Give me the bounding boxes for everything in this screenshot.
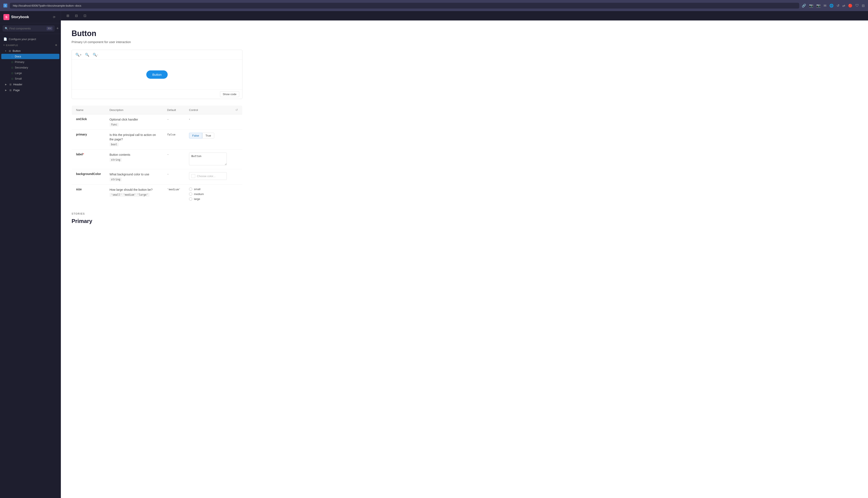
table-row: backgroundColor What background color to… bbox=[72, 169, 242, 185]
storybook-logo-icon: S bbox=[3, 14, 9, 20]
prop-default: 'medium' bbox=[167, 188, 180, 191]
zoom-in-button[interactable]: 🔍+ bbox=[75, 52, 82, 57]
sidebar-group-header: ▶ ⊞ Header bbox=[0, 82, 61, 87]
prop-description: How large should the button be? bbox=[110, 187, 159, 192]
section-chevron-icon: ▾ bbox=[3, 44, 5, 46]
prop-name: onClick bbox=[76, 117, 87, 121]
prop-default: - bbox=[167, 172, 169, 175]
page-subtitle: Primary UI component for user interactio… bbox=[72, 40, 242, 44]
props-table: Name Description Default Control ↺ onCli… bbox=[72, 105, 242, 204]
sidebar-item-secondary[interactable]: □ Secondary bbox=[1, 65, 59, 70]
required-indicator: * bbox=[83, 153, 84, 156]
props-table-body: onClick Optional click handler func - - … bbox=[72, 114, 242, 204]
sidebar-group-button-header[interactable]: ▾ ⊞ Button bbox=[0, 48, 61, 54]
sidebar-group-page-header[interactable]: ▶ ⊞ Page bbox=[0, 88, 61, 93]
url-bar[interactable]: http://localhost:6006/?path=/docs/exampl… bbox=[10, 3, 799, 9]
view-frame-button[interactable]: ⊡ bbox=[81, 12, 88, 19]
main-toolbar: ⊞ ⊟ ⊡ bbox=[61, 11, 868, 21]
header-chevron-icon: ▶ bbox=[5, 83, 7, 86]
radio-label-large: large bbox=[194, 197, 200, 200]
sidebar-settings-button[interactable]: ⟳ bbox=[51, 14, 57, 20]
configure-icon: 📄 bbox=[3, 37, 7, 41]
size-radio-medium[interactable]: medium bbox=[189, 193, 227, 196]
header-group-icon: ⊞ bbox=[9, 83, 12, 86]
prop-type: func bbox=[110, 123, 119, 127]
group-chevron-icon: ▾ bbox=[5, 50, 6, 52]
sidebar-item-docs[interactable]: □ Docs bbox=[1, 54, 59, 59]
sidebar-item-label: Secondary bbox=[15, 66, 28, 69]
color-control[interactable]: Choose color... bbox=[189, 172, 227, 180]
app-name: Storybook bbox=[11, 15, 29, 19]
table-row: label* Button contents string - Button bbox=[72, 149, 242, 169]
sidebar-item-label: Docs bbox=[15, 55, 21, 58]
prop-name: primary bbox=[76, 133, 87, 136]
small-icon: □ bbox=[12, 77, 13, 80]
docs-icon: □ bbox=[12, 55, 13, 58]
sidebar-group-header-header[interactable]: ▶ ⊞ Header bbox=[0, 82, 61, 87]
view-grid-button[interactable]: ⊟ bbox=[73, 12, 80, 19]
secondary-icon: □ bbox=[12, 66, 13, 69]
first-story-title: Primary bbox=[72, 218, 242, 224]
sidebar-group-page: ▶ ⊞ Page bbox=[0, 88, 61, 93]
prop-name: label* bbox=[76, 153, 84, 156]
sidebar-item-label: Primary bbox=[15, 61, 24, 64]
radio-circle-icon bbox=[189, 193, 192, 196]
add-button[interactable]: + bbox=[56, 26, 59, 31]
search-input-wrap[interactable]: 🔍 ⌘K bbox=[2, 25, 55, 31]
radio-circle-icon bbox=[189, 187, 192, 191]
view-desktop-button[interactable]: ⊞ bbox=[64, 12, 71, 19]
large-icon: □ bbox=[12, 72, 13, 75]
prop-default: - bbox=[167, 118, 169, 121]
zoom-reset-button[interactable]: 🔍 bbox=[84, 52, 90, 57]
prop-description: Button contents bbox=[110, 153, 159, 157]
search-shortcut: ⌘K bbox=[47, 27, 53, 30]
sidebar-section-example[interactable]: ▾ EXAMPLE ⊕ bbox=[0, 42, 61, 48]
sidebar-item-large[interactable]: □ Large bbox=[1, 70, 59, 76]
section-options-icon: ⊕ bbox=[55, 44, 57, 47]
bool-false-button[interactable]: False bbox=[189, 133, 202, 139]
nav-tree: 📄 Configure your project ▾ EXAMPLE ⊕ ▾ ⊞… bbox=[0, 34, 61, 498]
preview-button[interactable]: Button bbox=[146, 70, 167, 79]
prop-type: bool bbox=[110, 143, 119, 146]
prop-type: string bbox=[110, 178, 122, 181]
preview-toolbar: 🔍+ 🔍 🔍- bbox=[72, 50, 242, 60]
configure-project-item[interactable]: 📄 Configure your project bbox=[0, 36, 61, 42]
label-textarea[interactable]: Button bbox=[189, 153, 227, 165]
page-chevron-icon: ▶ bbox=[5, 89, 7, 91]
col-description: Description bbox=[105, 106, 163, 114]
bool-true-button[interactable]: True bbox=[202, 133, 214, 139]
sidebar-item-primary[interactable]: □ Primary bbox=[1, 59, 59, 65]
show-code-button[interactable]: Show code bbox=[220, 91, 239, 97]
prop-default: false bbox=[167, 133, 175, 136]
search-input[interactable] bbox=[9, 27, 45, 30]
main-content: ⊞ ⊟ ⊡ Button Primary UI component for us… bbox=[61, 11, 868, 498]
prop-type: 'small' 'medium' 'large' bbox=[110, 193, 150, 197]
reset-all-button[interactable]: ↺ bbox=[235, 108, 238, 112]
primary-icon: □ bbox=[12, 61, 13, 64]
group-icon: ⊞ bbox=[9, 50, 11, 52]
browser-favicon: i bbox=[3, 4, 7, 8]
sidebar-group-button: ▾ ⊞ Button □ Docs □ Primary □ Secondary bbox=[0, 48, 61, 81]
props-table-header: Name Description Default Control ↺ bbox=[72, 106, 242, 114]
sidebar-header: S Storybook ⟳ bbox=[0, 11, 61, 23]
size-radio-small[interactable]: small bbox=[189, 187, 227, 191]
prop-control-dash: - bbox=[189, 117, 190, 121]
sidebar-search: 🔍 ⌘K + bbox=[0, 23, 61, 34]
prop-default: - bbox=[167, 153, 169, 156]
col-name: Name bbox=[72, 106, 105, 114]
sidebar-toolbar: ⟳ bbox=[51, 14, 57, 20]
bool-toggle-control: False True bbox=[189, 133, 227, 139]
prop-name: backgroundColor bbox=[76, 172, 101, 175]
zoom-out-button[interactable]: 🔍- bbox=[92, 52, 99, 57]
prop-name: size bbox=[76, 187, 81, 191]
table-row: size How large should the button be? 'sm… bbox=[72, 185, 242, 204]
sidebar-item-small[interactable]: □ Small bbox=[1, 76, 59, 81]
table-row: onClick Optional click handler func - - bbox=[72, 114, 242, 130]
prop-description: Optional click handler bbox=[110, 117, 159, 122]
table-row: primary Is this the principal call to ac… bbox=[72, 130, 242, 149]
browser-chrome: i http://localhost:6006/?path=/docs/exam… bbox=[0, 0, 868, 11]
content-area: Button Primary UI component for user int… bbox=[61, 21, 253, 233]
group-label: Button bbox=[13, 49, 21, 52]
size-radio-group: small medium large bbox=[189, 187, 227, 200]
size-radio-large[interactable]: large bbox=[189, 197, 227, 200]
